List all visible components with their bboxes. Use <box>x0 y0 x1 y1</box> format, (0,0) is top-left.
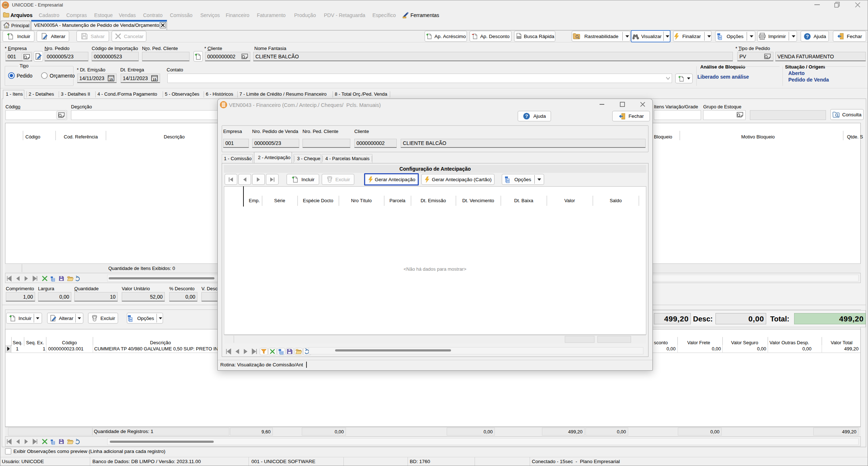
svg-text:15: 15 <box>153 77 157 81</box>
svg-text:15: 15 <box>109 77 113 81</box>
svg-text:?: ? <box>806 34 809 39</box>
svg-text:?: ? <box>525 113 528 119</box>
